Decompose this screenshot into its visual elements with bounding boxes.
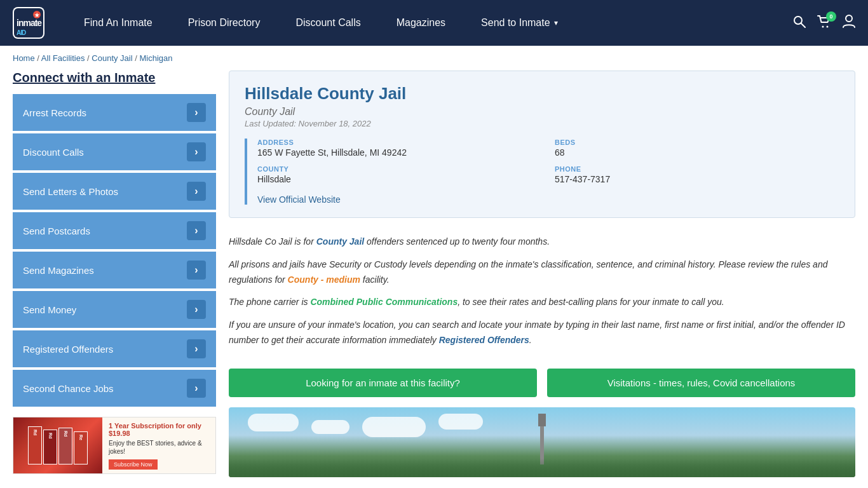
- sidebar-item-label: Arrest Records: [23, 107, 86, 118]
- svg-text:inmate: inmate: [17, 18, 42, 28]
- ad-title: 1 Year Subscription for only $19.98: [109, 422, 209, 437]
- cart-icon[interactable]: 0: [817, 15, 831, 31]
- facility-name: Hillsdale County Jail: [245, 84, 839, 104]
- sidebar-item-send-postcards[interactable]: Send Postcards ›: [13, 212, 216, 249]
- breadcrumb-county-jail[interactable]: County Jail: [92, 53, 132, 63]
- svg-line-6: [801, 24, 805, 27]
- cloud-1: [248, 414, 299, 431]
- user-icon[interactable]: [843, 15, 855, 32]
- main-content: Hillsdale County Jail County Jail Last U…: [229, 71, 855, 477]
- county-medium-link[interactable]: County - medium: [288, 274, 360, 285]
- sidebar-advertisement: Rd Rd Rd Re 1 Year Subscript: [13, 417, 216, 474]
- facility-details: ADDRESS 165 W Fayette St, Hillsdale, MI …: [245, 139, 839, 205]
- county-label: COUNTY: [257, 165, 542, 173]
- sidebar-item-label: Discount Calls: [23, 147, 84, 158]
- sidebar-item-send-magazines[interactable]: Send Magazines ›: [13, 252, 216, 288]
- sidebar-item-second-chance-jobs[interactable]: Second Chance Jobs ›: [13, 370, 216, 407]
- facility-card: Hillsdale County Jail County Jail Last U…: [229, 71, 855, 218]
- ad-subscribe-button[interactable]: Subscribe Now: [109, 459, 158, 470]
- svg-text:AID: AID: [17, 29, 26, 36]
- nav-find-inmate[interactable]: Find An Inmate: [66, 0, 170, 46]
- nav-discount-calls[interactable]: Discount Calls: [278, 0, 378, 46]
- facility-photo: [229, 407, 855, 477]
- phone-value: 517-437-7317: [555, 174, 839, 184]
- sidebar-title: Connect with an Inmate: [13, 71, 216, 85]
- svg-point-5: [794, 17, 802, 24]
- phone-label: PHONE: [555, 165, 839, 173]
- facility-last-updated: Last Updated: November 18, 2022: [245, 119, 839, 128]
- chevron-right-icon: ›: [187, 103, 206, 122]
- detail-phone: PHONE 517-437-7317: [555, 165, 839, 184]
- detail-official-link: View Official Website: [257, 194, 839, 205]
- facility-description: Hillsdale Co Jail is for County Jail off…: [229, 228, 855, 362]
- phone-carrier-link[interactable]: Combined Public Communications: [310, 297, 458, 307]
- beds-label: BEDS: [555, 139, 839, 146]
- chevron-right-icon: ›: [187, 221, 206, 240]
- svg-point-9: [846, 15, 852, 22]
- send-to-inmate-dropdown-icon: ▾: [554, 18, 558, 27]
- breadcrumb-all-facilities[interactable]: All Facilities: [41, 53, 85, 63]
- address-value: 165 W Fayette St, Hillsdale, MI 49242: [257, 147, 542, 158]
- sidebar-item-send-money[interactable]: Send Money ›: [13, 291, 216, 328]
- sidebar-item-label: Send Letters & Photos: [23, 186, 118, 197]
- find-inmate-button[interactable]: Looking for an inmate at this facility?: [229, 369, 537, 397]
- cloud-4: [438, 414, 483, 430]
- beds-value: 68: [555, 147, 839, 158]
- cart-badge: 0: [826, 11, 836, 22]
- chevron-right-icon: ›: [187, 339, 206, 358]
- main-layout: Connect with an Inmate Arrest Records › …: [0, 71, 868, 488]
- svg-point-7: [822, 25, 824, 27]
- chevron-right-icon: ›: [187, 182, 206, 201]
- sidebar-item-label: Registered Offenders: [23, 344, 113, 355]
- breadcrumb-home[interactable]: Home: [13, 53, 35, 63]
- ad-description: Enjoy the BEST stories, advice & jokes!: [109, 439, 209, 456]
- facility-type: County Jail: [245, 106, 839, 118]
- detail-address: ADDRESS 165 W Fayette St, Hillsdale, MI …: [257, 139, 542, 158]
- visitations-button[interactable]: Visitations - times, rules, Covid cancel…: [547, 369, 855, 397]
- sidebar-item-arrest-records[interactable]: Arrest Records ›: [13, 94, 216, 131]
- sidebar-item-send-letters[interactable]: Send Letters & Photos ›: [13, 173, 216, 210]
- official-website-link[interactable]: View Official Website: [257, 194, 341, 205]
- sidebar-item-registered-offenders[interactable]: Registered Offenders ›: [13, 330, 216, 367]
- svg-point-8: [827, 25, 829, 27]
- header: inmate AID ★ Find An Inmate Prison Direc…: [0, 0, 868, 46]
- cloud-2: [311, 420, 349, 434]
- chevron-right-icon: ›: [187, 379, 206, 398]
- desc-para1: Hillsdale Co Jail is for County Jail off…: [229, 234, 855, 250]
- sidebar-item-label: Second Chance Jobs: [23, 383, 114, 394]
- action-buttons: Looking for an inmate at this facility? …: [229, 369, 855, 397]
- nav-magazines[interactable]: Magazines: [379, 0, 463, 46]
- county-value: Hillsdale: [257, 174, 542, 184]
- county-jail-link[interactable]: County Jail: [316, 236, 364, 247]
- desc-para4: If you are unsure of your inmate's locat…: [229, 318, 855, 348]
- ad-content: 1 Year Subscription for only $19.98 Enjo…: [102, 417, 215, 473]
- breadcrumb: Home / All Facilities / County Jail / Mi…: [0, 46, 868, 71]
- search-icon[interactable]: [793, 15, 806, 31]
- nav-send-to-inmate[interactable]: Send to Inmate ▾: [463, 0, 576, 46]
- sidebar-item-label: Send Money: [23, 304, 76, 315]
- detail-beds: BEDS 68: [555, 139, 839, 158]
- logo-icon: inmate AID ★: [13, 7, 44, 39]
- desc-para3: The phone carrier is Combined Public Com…: [229, 295, 855, 310]
- registered-offenders-link[interactable]: Registered Offenders: [439, 335, 529, 345]
- sidebar-item-discount-calls[interactable]: Discount Calls ›: [13, 133, 216, 170]
- detail-county: COUNTY Hillsdale: [257, 165, 542, 184]
- nav-prison-directory[interactable]: Prison Directory: [170, 0, 278, 46]
- chevron-right-icon: ›: [187, 261, 206, 280]
- cloud-3: [362, 417, 426, 437]
- breadcrumb-michigan[interactable]: Michigan: [139, 53, 172, 63]
- photo-trees: [229, 458, 855, 477]
- chevron-right-icon: ›: [187, 300, 206, 319]
- main-nav: Find An Inmate Prison Directory Discount…: [66, 0, 793, 46]
- address-label: ADDRESS: [257, 139, 542, 146]
- logo-area[interactable]: inmate AID ★: [13, 7, 47, 39]
- sidebar-item-label: Send Postcards: [23, 226, 90, 236]
- sidebar-menu: Arrest Records › Discount Calls › Send L…: [13, 94, 216, 407]
- sidebar-item-label: Send Magazines: [23, 265, 94, 276]
- ad-magazine-image: Rd Rd Rd Re: [13, 417, 102, 473]
- desc-para2: All prisons and jails have Security or C…: [229, 257, 855, 288]
- chevron-right-icon: ›: [187, 142, 206, 161]
- sidebar: Connect with an Inmate Arrest Records › …: [13, 71, 216, 477]
- header-icons: 0: [793, 15, 855, 32]
